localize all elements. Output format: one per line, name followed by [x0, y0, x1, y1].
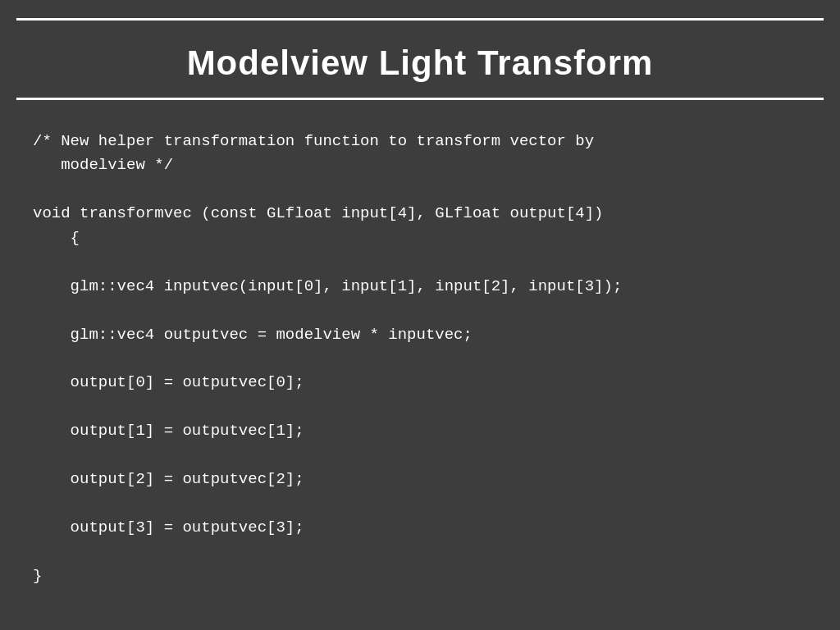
slide-container: Modelview Light Transform /* New helper … [0, 0, 840, 630]
code-line [33, 444, 807, 468]
code-line [33, 492, 807, 516]
code-line [33, 178, 807, 202]
code-line: void transformvec (const GLfloat input[4… [33, 202, 807, 226]
code-line [33, 540, 807, 564]
code-line: output[3] = outputvec[3]; [33, 516, 807, 540]
code-line [33, 250, 807, 274]
code-line [33, 299, 807, 322]
content-section: /* New helper transformation function to… [0, 100, 840, 630]
code-line: glm::vec4 inputvec(input[0], input[1], i… [33, 275, 807, 299]
header-section: Modelview Light Transform [16, 18, 824, 100]
code-line: output[1] = outputvec[1]; [33, 419, 807, 443]
code-line: output[0] = outputvec[0]; [33, 371, 807, 395]
code-line: output[2] = outputvec[2]; [33, 468, 807, 491]
code-line: glm::vec4 outputvec = modelview * inputv… [33, 323, 807, 347]
code-line [33, 395, 807, 419]
code-line [33, 347, 807, 371]
code-block: /* New helper transformation function to… [33, 130, 807, 588]
code-line: } [33, 564, 807, 588]
slide-title: Modelview Light Transform [49, 43, 791, 83]
code-line: { [33, 226, 807, 250]
code-line: /* New helper transformation function to… [33, 130, 807, 153]
code-line: modelview */ [33, 153, 807, 177]
